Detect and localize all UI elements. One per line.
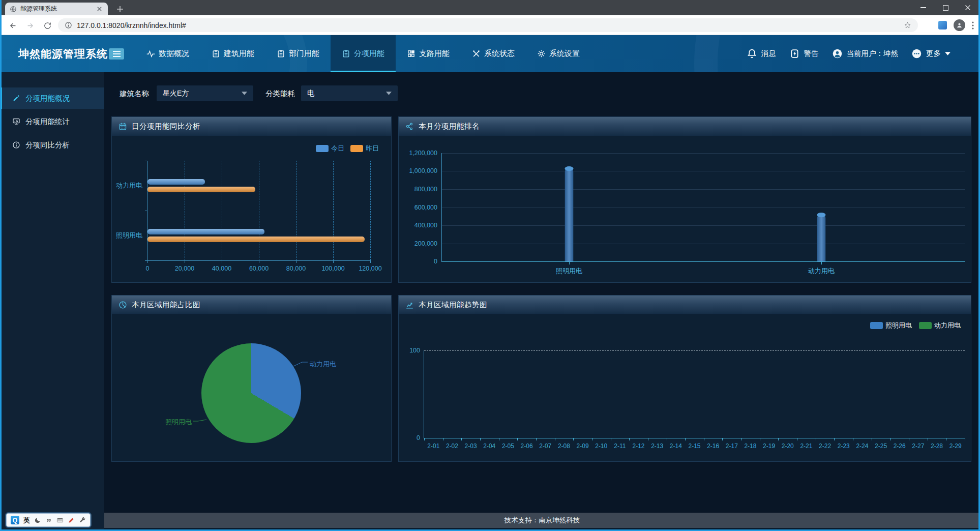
nav-item-label: 支路用能: [419, 49, 450, 58]
gridline: [222, 161, 222, 260]
forward-button-icon[interactable]: [23, 19, 37, 32]
browser-tab[interactable]: 能源管理系统: [5, 3, 108, 15]
gridline: [442, 171, 965, 171]
header-action-label: 警告: [804, 49, 819, 58]
nav-item-4[interactable]: 分项用能: [331, 35, 396, 72]
profile-avatar-icon[interactable]: [954, 19, 965, 31]
energy-select[interactable]: 电: [301, 85, 398, 101]
nav-item-1[interactable]: 数据概况: [135, 35, 200, 72]
url-text[interactable]: 127.0.0.1:8020/krznnh/index.html#: [77, 21, 899, 29]
browser-menu-icon[interactable]: [972, 21, 974, 29]
caret-down-icon: [242, 92, 247, 95]
x-axis-tick: [370, 260, 371, 263]
header-action-4[interactable]: 更多: [911, 48, 951, 59]
x-axis-tick-label: 2-27: [912, 442, 924, 450]
header-action-label: 更多: [926, 49, 941, 58]
nav-item-7[interactable]: 系统设置: [526, 35, 591, 72]
x-axis-tick-label: 2-20: [782, 442, 794, 450]
menu-toggle-button[interactable]: [109, 48, 124, 60]
x-axis-tick: [704, 438, 704, 440]
caret-down-icon: [386, 92, 392, 95]
header-action-label: 当前用户：坤然: [847, 49, 899, 58]
pen-icon[interactable]: [68, 517, 75, 524]
x-axis-tick-label: 2-13: [651, 442, 663, 450]
app-header: 坤然能源管理系统 数据概况建筑用能部门用能分项用能支路用能系统状态系统设置 消息…: [0, 35, 980, 72]
x-axis-tick-label: 100,000: [321, 265, 344, 272]
pie-chart-body: 动力用电 照明用电: [112, 315, 391, 461]
gridline: [442, 153, 965, 154]
panel-header: 本月区域用能趋势图: [399, 296, 971, 315]
legend-item[interactable]: 动力用电: [919, 321, 961, 330]
panel-header: 本月分项用能排名: [399, 117, 971, 136]
legend-item[interactable]: 昨日: [350, 144, 379, 153]
panel-area-trend: 本月区域用能趋势图 照明用电动力用电 100 0 2-012-022-032-0…: [398, 295, 971, 462]
moon-icon[interactable]: [34, 517, 41, 524]
punctuation-icon[interactable]: [45, 517, 52, 524]
header-action-2[interactable]: 警告: [789, 48, 819, 59]
browser-toolbar: 127.0.0.1:8020/krznnh/index.html#: [0, 15, 980, 35]
maximize-button-icon[interactable]: [934, 0, 957, 15]
panel-title: 本月分项用能排名: [419, 122, 480, 131]
nav-item-3[interactable]: 部门用能: [265, 35, 331, 72]
ime-engine-icon[interactable]: Q: [11, 516, 19, 524]
sidebar-item-1[interactable]: 分项用能概况: [0, 87, 104, 109]
site-info-icon[interactable]: [65, 21, 72, 29]
building-select[interactable]: 星火E方: [157, 85, 253, 101]
header-action-1[interactable]: 消息: [747, 48, 776, 59]
user-icon: [832, 48, 843, 59]
y-axis-tick: [145, 260, 147, 261]
sidebar-item-3[interactable]: 分项同比分析: [0, 134, 104, 156]
y-axis-tick-label: 1,000,000: [409, 167, 437, 174]
x-axis-tick-label: 120,000: [359, 265, 381, 272]
pie-chart-icon: [118, 301, 127, 309]
y-axis-tick-label: 400,000: [414, 222, 437, 229]
minimize-button-icon[interactable]: [912, 0, 934, 15]
nav-menu: 数据概况建筑用能部门用能分项用能支路用能系统状态系统设置: [135, 35, 591, 72]
nav-item-6[interactable]: 系统状态: [461, 35, 526, 72]
new-tab-button[interactable]: [115, 4, 125, 14]
bookmark-star-icon[interactable]: [904, 21, 911, 29]
energy-filter-label: 分类能耗: [265, 89, 295, 99]
x-axis-tick-label: 80,000: [286, 265, 306, 272]
legend-item[interactable]: 今日: [316, 144, 344, 153]
bar-昨日: [147, 237, 365, 242]
x-axis-tick: [760, 438, 760, 440]
header-action-3[interactable]: 当前用户：坤然: [832, 48, 899, 59]
bar-group: [147, 179, 370, 192]
close-button-icon[interactable]: [957, 0, 979, 15]
legend-item[interactable]: 照明用电: [870, 321, 912, 330]
extension-icon[interactable]: [938, 21, 947, 29]
sidebar-item-2[interactable]: 分项用能统计: [0, 111, 104, 132]
nav-right: 消息警告当前用户：坤然更多: [747, 35, 951, 72]
reload-button-icon[interactable]: [41, 19, 54, 32]
y-axis-tick-label: 0: [417, 434, 420, 441]
sidebar-item-label: 分项同比分析: [25, 140, 70, 150]
nav-item-5[interactable]: 支路用能: [396, 35, 461, 72]
wrench-icon[interactable]: [79, 517, 86, 524]
x-axis-tick-label: 2-03: [465, 442, 477, 450]
x-axis-tick: [536, 438, 537, 440]
nav-item-label: 分项用能: [354, 49, 384, 58]
bell-icon: [747, 48, 757, 59]
address-bar[interactable]: 127.0.0.1:8020/krznnh/index.html#: [58, 18, 918, 32]
tab-close-icon[interactable]: [96, 5, 103, 13]
gridline: [442, 189, 965, 190]
x-axis-tick-label: 2-10: [595, 442, 607, 450]
back-button-icon[interactable]: [6, 19, 19, 32]
panel-title: 日分项用能同比分析: [132, 122, 200, 131]
ranking-bar: [817, 215, 826, 261]
y-axis-tick-label: 0: [434, 258, 437, 265]
bar-昨日: [147, 187, 255, 192]
ime-language-toggle[interactable]: 英: [23, 516, 30, 525]
x-axis-tick: [569, 261, 570, 264]
keyboard-icon[interactable]: [56, 517, 64, 524]
x-axis-tick: [872, 438, 872, 440]
x-axis-tick: [611, 438, 611, 440]
nav-item-2[interactable]: 建筑用能: [200, 35, 265, 72]
x-axis-tick-label: 2-02: [446, 442, 458, 450]
tools-icon: [472, 49, 481, 58]
gridline: [370, 161, 371, 260]
info-icon: [12, 141, 20, 149]
gridline: [185, 161, 185, 260]
pie-label: 动力用电: [310, 360, 336, 369]
